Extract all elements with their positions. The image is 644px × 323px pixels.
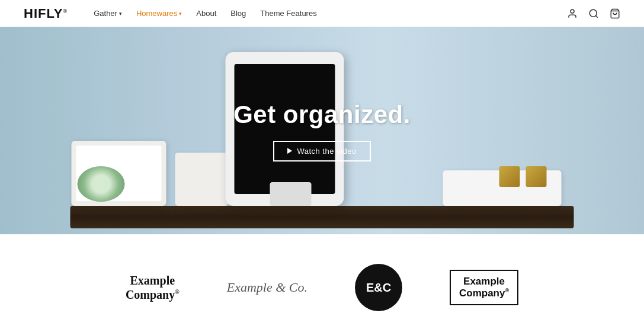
search-icon <box>588 8 599 19</box>
cart-button[interactable] <box>610 8 620 19</box>
account-button[interactable] <box>567 8 578 19</box>
nav-theme-features[interactable]: Theme Features <box>253 0 323 27</box>
logo-italic-text: Example & Co. <box>227 280 307 295</box>
svg-point-0 <box>571 9 574 13</box>
logo-text-serif: ExampleCompany® <box>126 273 180 302</box>
hero-content: Get organized. Watch the video <box>0 27 644 234</box>
chevron-down-icon: ▾ <box>119 0 122 27</box>
watch-video-label: Watch the video <box>297 147 356 156</box>
nav-links: Gather ▾ Homewares ▾ About Blog Theme Fe… <box>86 0 567 27</box>
logos-section: ExampleCompany® Example & Co. E&C Exampl… <box>0 234 644 323</box>
logo-circle: E&C <box>355 264 402 311</box>
navbar-actions <box>567 8 620 19</box>
logo-example-co: Example & Co. <box>227 280 307 295</box>
site-logo[interactable]: HIFLY® <box>24 6 68 21</box>
logo-box-company: ExampleCompany® <box>450 270 518 306</box>
nav-about[interactable]: About <box>189 0 223 27</box>
nav-gather[interactable]: Gather ▾ <box>86 0 129 27</box>
search-button[interactable] <box>588 8 599 19</box>
navbar: HIFLY® Gather ▾ Homewares ▾ About Blog T… <box>0 0 644 27</box>
logo-box: ExampleCompany® <box>450 270 518 306</box>
cart-icon <box>610 8 620 19</box>
logo-example-company: ExampleCompany® <box>126 273 180 302</box>
nav-homewares[interactable]: Homewares ▾ <box>129 0 189 27</box>
svg-point-1 <box>589 9 597 17</box>
account-icon <box>567 8 578 19</box>
hero-title: Get organized. <box>233 101 411 129</box>
watch-video-button[interactable]: Watch the video <box>273 141 370 162</box>
play-icon <box>287 148 292 154</box>
nav-blog[interactable]: Blog <box>223 0 253 27</box>
chevron-down-icon: ▾ <box>179 0 182 27</box>
logo-enc-circle: E&C <box>355 264 402 311</box>
hero-section: Get organized. Watch the video <box>0 27 644 234</box>
logo-box-text: ExampleCompany® <box>459 276 509 300</box>
